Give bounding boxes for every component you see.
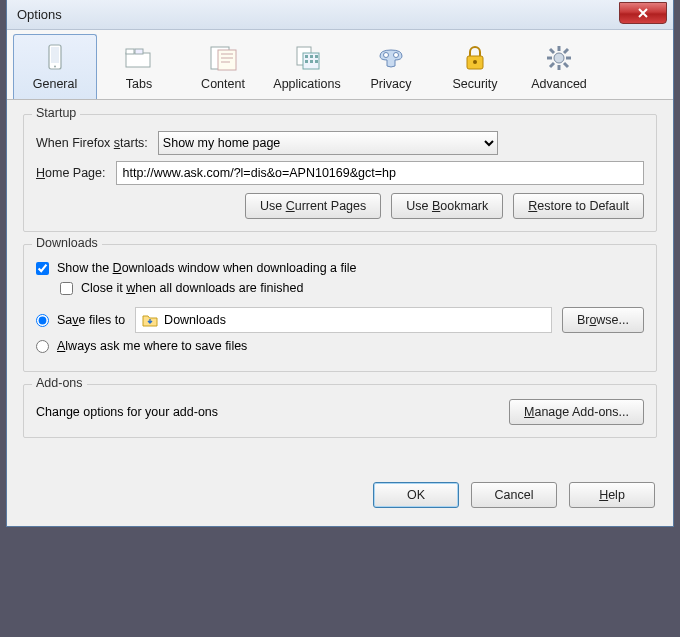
addons-legend: Add-ons — [32, 376, 87, 390]
tab-label: Tabs — [126, 77, 152, 91]
svg-rect-3 — [126, 53, 150, 67]
save-files-to-radio[interactable] — [36, 314, 49, 327]
content-icon — [184, 41, 262, 75]
save-files-to-label: Save files to — [57, 313, 125, 327]
always-ask-radio[interactable] — [36, 340, 49, 353]
svg-point-22 — [473, 60, 477, 64]
ok-button[interactable]: OK — [373, 482, 459, 508]
tab-label: Security — [452, 77, 497, 91]
tab-applications[interactable]: Applications — [265, 34, 349, 99]
when-starts-label: When Firefox starts: — [36, 136, 148, 150]
tab-security[interactable]: Security — [433, 34, 517, 99]
dialog-buttons: OK Cancel Help — [7, 464, 673, 526]
svg-rect-14 — [310, 55, 313, 58]
advanced-icon — [520, 41, 598, 75]
applications-icon — [268, 41, 346, 75]
tab-privacy[interactable]: Privacy — [349, 34, 433, 99]
save-folder-name: Downloads — [164, 313, 226, 327]
tab-advanced[interactable]: Advanced — [517, 34, 601, 99]
startup-group: Startup When Firefox starts: Show my hom… — [23, 114, 657, 232]
svg-line-31 — [550, 63, 554, 67]
restore-default-button[interactable]: Restore to Default — [513, 193, 644, 219]
downloads-group: Downloads Show the Downloads window when… — [23, 244, 657, 372]
tab-label: Applications — [273, 77, 340, 91]
svg-point-2 — [54, 66, 56, 68]
tab-panel-general: Startup When Firefox starts: Show my hom… — [7, 100, 673, 464]
svg-rect-5 — [135, 49, 143, 54]
addons-group: Add-ons Change options for your add-ons … — [23, 384, 657, 438]
svg-line-28 — [550, 49, 554, 53]
svg-point-23 — [554, 53, 564, 63]
svg-point-19 — [384, 53, 389, 58]
general-icon — [16, 41, 94, 75]
addons-description: Change options for your add-ons — [36, 405, 218, 419]
svg-line-30 — [564, 49, 568, 53]
tab-general[interactable]: General — [13, 34, 97, 99]
tab-content[interactable]: Content — [181, 34, 265, 99]
window-title: Options — [17, 7, 62, 22]
svg-rect-18 — [315, 60, 318, 63]
use-current-pages-button[interactable]: Use Current Pages — [245, 193, 381, 219]
startup-legend: Startup — [32, 106, 80, 120]
close-when-done-label: Close it when all downloads are finished — [81, 281, 303, 295]
svg-rect-1 — [51, 47, 59, 63]
svg-rect-13 — [305, 55, 308, 58]
svg-rect-16 — [305, 60, 308, 63]
svg-rect-7 — [218, 50, 236, 70]
svg-rect-15 — [315, 55, 318, 58]
show-downloads-label: Show the Downloads window when downloadi… — [57, 261, 357, 275]
homepage-input[interactable] — [116, 161, 645, 185]
tab-label: Advanced — [531, 77, 587, 91]
titlebar: Options — [7, 0, 673, 30]
tab-label: Privacy — [371, 77, 412, 91]
tab-label: Content — [201, 77, 245, 91]
tab-label: General — [33, 77, 77, 91]
tab-tabs[interactable]: Tabs — [97, 34, 181, 99]
privacy-icon — [352, 41, 430, 75]
show-downloads-checkbox[interactable] — [36, 262, 49, 275]
homepage-label: Home Page: — [36, 166, 106, 180]
close-when-done-checkbox[interactable] — [60, 282, 73, 295]
always-ask-label: Always ask me where to save files — [57, 339, 247, 353]
help-button[interactable]: Help — [569, 482, 655, 508]
folder-icon — [142, 313, 158, 327]
close-button[interactable] — [619, 2, 667, 24]
manage-addons-button[interactable]: Manage Add-ons... — [509, 399, 644, 425]
security-icon — [436, 41, 514, 75]
when-starts-dropdown[interactable]: Show my home page — [158, 131, 498, 155]
svg-line-29 — [564, 63, 568, 67]
tabs-icon — [100, 41, 178, 75]
downloads-legend: Downloads — [32, 236, 102, 250]
category-tabs: General Tabs Content Applications Privac… — [7, 30, 673, 100]
svg-rect-4 — [126, 49, 134, 54]
options-dialog: Options General Tabs Content — [6, 0, 674, 527]
cancel-button[interactable]: Cancel — [471, 482, 557, 508]
svg-point-20 — [394, 53, 399, 58]
svg-rect-17 — [310, 60, 313, 63]
browse-button[interactable]: Browse... — [562, 307, 644, 333]
use-bookmark-button[interactable]: Use Bookmark — [391, 193, 503, 219]
save-folder-display: Downloads — [135, 307, 552, 333]
close-icon — [637, 7, 649, 19]
